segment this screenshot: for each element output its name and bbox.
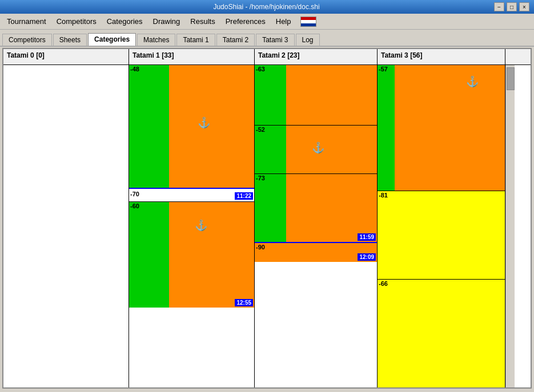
title-bar: JudoShiai - /home/hjokinen/doc.shi − □ ×: [0, 0, 534, 14]
close-button[interactable]: ×: [519, 2, 529, 11]
label-48: -48: [130, 66, 139, 72]
block-tatami1-60: -60 ⚓ 12:55: [129, 202, 254, 308]
scroll-thumb[interactable]: [507, 67, 515, 90]
header-tatami0: Tatami 0 [0]: [3, 49, 129, 64]
tabs-bar: Competitors Sheets Categories Matches Ta…: [0, 30, 534, 47]
menu-item-tournament[interactable]: Tournament: [2, 16, 51, 27]
tab-matches[interactable]: Matches: [137, 34, 175, 46]
block-tatami1-70: -70 11:22: [129, 188, 254, 202]
anchor-57: ⚓: [466, 75, 479, 88]
tab-sheets[interactable]: Sheets: [53, 34, 87, 46]
menu-item-competitors[interactable]: Competitors: [52, 16, 101, 27]
label-73: -73: [256, 175, 265, 181]
header-tatami1: Tatami 1 [33]: [129, 49, 255, 64]
header-tatami2: Tatami 2 [23]: [255, 49, 378, 64]
label-90: -90: [256, 244, 265, 250]
block-tatami3-66: -66 14:43: [378, 279, 505, 387]
menu-bar: Tournament Competitors Categories Drawin…: [0, 14, 534, 30]
block-tatami1-48: -48 ⚓: [129, 65, 254, 188]
label-57: -57: [379, 66, 388, 72]
anchor-52: ⚓: [312, 142, 324, 154]
grid-header: Tatami 0 [0] Tatami 1 [33] Tatami 2 [23]…: [3, 49, 531, 65]
block-tatami2-73: -73 11:59: [255, 173, 377, 242]
scrollbar[interactable]: [505, 65, 515, 387]
block-tatami3-57: -57 ⚓: [378, 65, 505, 191]
tab-tatami3[interactable]: Tatami 3: [256, 34, 294, 46]
block-tatami2-52: -52 ⚓: [255, 125, 377, 173]
main-area: Tatami 0 [0] Tatami 1 [33] Tatami 2 [23]…: [2, 48, 532, 389]
menu-item-categories[interactable]: Categories: [102, 16, 147, 27]
menu-item-results[interactable]: Results: [186, 16, 219, 27]
time-badge-1209: 12:09: [358, 253, 376, 261]
flag-icon: [300, 17, 316, 27]
tab-competitors[interactable]: Competitors: [2, 34, 52, 46]
time-badge-1122: 11:22: [235, 192, 253, 200]
block-tatami2-90: -90 12:09: [255, 242, 377, 262]
label-60: -60: [130, 203, 139, 209]
tab-tatami1[interactable]: Tatami 1: [176, 34, 215, 46]
label-70: -70: [130, 191, 139, 197]
grid-body: -48 ⚓ -70 11:22 -60 ⚓ 12:55 -63: [3, 65, 531, 387]
tatami2-col: -63 -52 ⚓ -73 11:59 -90 12:09: [255, 65, 378, 387]
tab-tatami2[interactable]: Tatami 2: [216, 34, 255, 46]
block-tatami2-63: -63: [255, 65, 377, 125]
menu-item-help[interactable]: Help: [271, 16, 296, 27]
tatami3-col: -57 ⚓ -81 -66 14:43: [378, 65, 505, 387]
window-title: JudoShiai - /home/hjokinen/doc.shi: [39, 3, 494, 11]
label-66: -66: [379, 280, 388, 287]
tab-log[interactable]: Log: [296, 34, 320, 46]
minimize-button[interactable]: −: [494, 2, 504, 11]
maximize-button[interactable]: □: [507, 2, 517, 11]
label-81: -81: [379, 192, 388, 199]
anchor-60: ⚓: [195, 219, 207, 232]
menu-item-preferences[interactable]: Preferences: [221, 16, 270, 27]
time-badge-1255: 12:55: [235, 299, 253, 306]
anchor-48: ⚓: [198, 116, 210, 129]
label-63: -63: [256, 66, 265, 72]
time-badge-1159: 11:59: [358, 233, 376, 241]
tatami1-col: -48 ⚓ -70 11:22 -60 ⚓ 12:55: [129, 65, 255, 387]
tab-categories[interactable]: Categories: [88, 33, 136, 46]
tatami0-col: [3, 65, 129, 387]
label-52: -52: [256, 126, 265, 133]
menu-item-drawing[interactable]: Drawing: [148, 16, 185, 27]
header-tatami3: Tatami 3 [56]: [378, 49, 505, 64]
block-tatami3-81: -81: [378, 191, 505, 279]
